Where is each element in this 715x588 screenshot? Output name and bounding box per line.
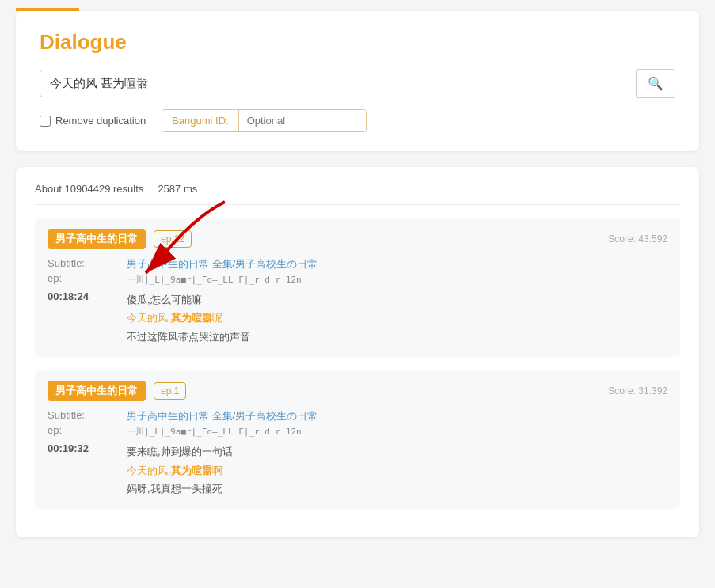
dialogue-line-highlight: 今天的风,其为喧嚣呢 <box>127 309 667 327</box>
anime-tag[interactable]: 男子高中生的日常 <box>48 229 146 249</box>
dialogue-line: 要来瞧,帅到爆的一句话 <box>127 442 667 461</box>
subtitle-label: Subtitle: <box>48 409 111 421</box>
highlight-text-2: 啊 <box>212 465 222 476</box>
result-header: 男子高中生的日常 ep.12 Score: 43.592 <box>48 229 667 249</box>
subtitle-label: Subtitle: <box>48 257 111 269</box>
results-count: About 10904429 results <box>35 183 143 195</box>
score-text: Score: 43.592 <box>608 233 667 245</box>
ep-label: ep: <box>48 272 111 284</box>
timestamp: 00:19:32 <box>48 442 111 454</box>
highlight-bold-1: 其为喧嚣 <box>171 465 212 476</box>
search-button[interactable]: 🔍 <box>637 69 675 98</box>
highlight-text-1: 今天的风, <box>127 312 171 324</box>
timestamp: 00:18:24 <box>48 290 111 302</box>
dialogue-line-highlight: 今天的风,其为喧嚣啊 <box>127 461 667 480</box>
remove-duplication-checkbox[interactable]: Remove duplication <box>40 115 146 127</box>
remove-duplication-label: Remove duplication <box>55 115 146 127</box>
dialogue-line: 不过这阵风带点哭泣的声音 <box>127 328 667 346</box>
highlight-text-2: 呢 <box>212 312 222 324</box>
highlight-bold-1: 其为喧嚣 <box>171 312 212 324</box>
search-icon: 🔍 <box>648 77 664 90</box>
result-header: 男子高中生的日常 ep.1 Score: 31.392 <box>48 381 667 401</box>
dialogue-lines: 要来瞧,帅到爆的一句话 今天的风,其为喧嚣啊 妈呀,我真想一头撞死 <box>127 442 667 498</box>
search-input[interactable] <box>40 70 637 97</box>
highlight-text-1: 今天的风, <box>127 465 171 476</box>
dialogue-title: Dialogue <box>40 30 675 55</box>
dialogue-lines: 傻瓜,怎么可能嘛 今天的风,其为喧嚣呢 不过这阵风带点哭泣的声音 <box>127 290 667 346</box>
ep-tag: ep.12 <box>154 230 192 248</box>
anime-tag[interactable]: 男子高中生的日常 <box>48 381 146 401</box>
result-item: 男子高中生的日常 ep.12 Score: 43.592 Subtitle: e… <box>35 218 680 357</box>
ep-data: 一川|_L|_9a■r|_Fd—_LL F|_r d r|12n <box>127 426 667 438</box>
dialogue-line: 妈呀,我真想一头撞死 <box>127 480 667 498</box>
bangumi-id-input[interactable] <box>239 110 366 131</box>
ep-label: ep: <box>48 424 111 436</box>
subtitle-text: 男子高中生的日常 全集/男子高校生の日常 <box>127 257 667 271</box>
remove-duplication-input[interactable] <box>40 116 51 127</box>
subtitle-text: 男子高中生的日常 全集/男子高校生の日常 <box>127 409 667 423</box>
ep-data: 一川|_L|_9a■r|_Fd—_LL F|_r d r|12n <box>127 274 667 286</box>
results-summary: About 10904429 results 2587 ms <box>35 183 680 205</box>
bangumi-id-label: Bangumi ID: <box>162 110 239 131</box>
ep-tag: ep.1 <box>154 382 186 400</box>
score-text: Score: 31.392 <box>608 385 667 396</box>
results-time: 2587 ms <box>158 183 197 195</box>
result-item: 男子高中生的日常 ep.1 Score: 31.392 Subtitle: ep… <box>35 370 680 509</box>
dialogue-line: 傻瓜,怎么可能嘛 <box>127 290 667 309</box>
